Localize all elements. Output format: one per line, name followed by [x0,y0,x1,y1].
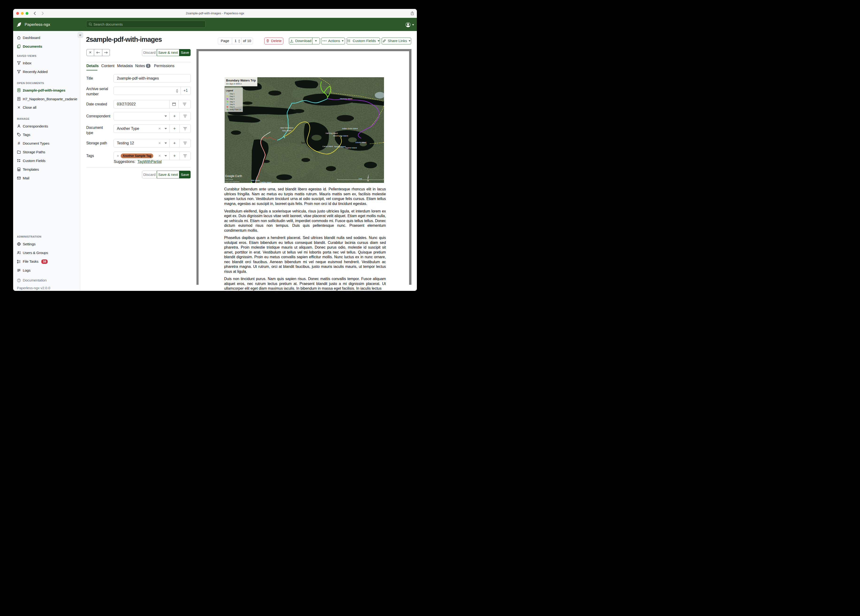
svg-text:Day 1: Day 1 [230,93,234,95]
svg-text:N: N [367,179,369,182]
svg-text:Indian Grave Island: Indian Grave Island [342,127,358,129]
svg-text:Washington Island: Washington Island [333,135,348,137]
svg-text:Norway Island: Norway Island [334,146,345,148]
svg-text:Half Dog Island: Half Dog Island [325,132,337,134]
svg-text:Boundary Waters Trip: Boundary Waters Trip [226,79,256,82]
svg-text:Image © 2017 DigitalGlobe: Image © 2017 DigitalGlobe [224,181,239,182]
svg-text:Lincoln Island: Lincoln Island [355,141,366,143]
svg-text:Mile Island: Mile Island [251,179,260,181]
svg-text:Day 3: Day 3 [230,98,234,100]
svg-text:Hausons Island: Hausons Island [340,97,352,100]
svg-text:Text: Text [301,141,305,144]
svg-text:Day 5: Day 5 [230,103,234,105]
svg-text:3 mi: 3 mi [358,178,362,179]
svg-text:New York Island: New York Island [280,127,293,129]
svg-text:Charlies Island: Charlies Island [259,181,271,183]
svg-text:Day 6: Day 6 [230,106,234,108]
svg-text:Legend: Legend [226,90,233,92]
svg-text:Day 2: Day 2 [230,95,234,97]
svg-text:© 2017 Google: © 2017 Google [224,178,233,180]
svg-text:Gary Island: Gary Island [282,130,291,132]
svg-text:Squirrel Island: Squirrel Island [345,147,357,149]
svg-text:Six days in BWCA: Six days in BWCA [226,83,242,85]
svg-text:Entry Point 24: Entry Point 24 [230,108,241,111]
svg-text:Canoe Island: Canoe Island [322,145,333,147]
svg-text:Day 4: Day 4 [230,101,235,102]
svg-text:Google Earth: Google Earth [225,174,242,178]
